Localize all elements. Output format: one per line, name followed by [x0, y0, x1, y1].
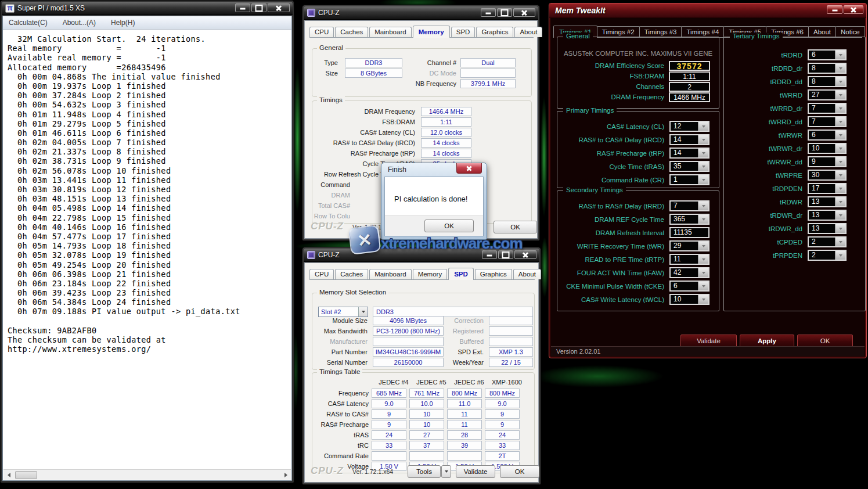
timing-combo[interactable]: 7 [669, 200, 709, 211]
dropdown-arrow-icon[interactable] [698, 215, 708, 224]
scrollbar-thumb[interactable] [15, 471, 37, 479]
dropdown-arrow-icon[interactable] [698, 175, 708, 184]
close-icon[interactable] [268, 3, 290, 12]
dropdown-arrow-icon[interactable] [698, 202, 708, 210]
tab[interactable]: Notice [835, 26, 865, 37]
tab[interactable]: About [514, 27, 542, 37]
timing-combo[interactable]: 10 [669, 294, 709, 305]
tab[interactable]: Graphics [475, 269, 512, 279]
dropdown-arrow-icon[interactable] [835, 171, 845, 179]
timing-combo[interactable]: 2 [808, 250, 847, 261]
close-icon[interactable] [513, 8, 535, 17]
ok-button[interactable]: OK [500, 465, 539, 478]
dropdown-arrow-icon[interactable] [835, 224, 845, 233]
dropdown-arrow-icon[interactable] [835, 64, 845, 73]
dropdown-arrow-icon[interactable] [698, 255, 708, 264]
tab[interactable]: SPD [448, 268, 474, 280]
timing-combo[interactable]: 8 [808, 63, 847, 74]
timing-label: Command [311, 181, 383, 188]
timing-combo[interactable]: 7 [808, 116, 847, 127]
superpi-titlebar[interactable]: Super PI / mod1.5 XS [2, 2, 293, 15]
tab[interactable]: Graphics [476, 27, 513, 37]
dropdown-arrow-icon[interactable] [835, 211, 845, 220]
dropdown-arrow-icon[interactable] [835, 144, 845, 153]
timing-combo[interactable]: 10 [808, 143, 847, 154]
timing-combo[interactable]: 2 [808, 236, 847, 247]
timing-combo[interactable]: 42 [669, 267, 709, 278]
maximize-icon[interactable] [251, 3, 266, 12]
timing-combo[interactable]: 13 [808, 210, 847, 221]
minimize-icon[interactable] [235, 3, 250, 12]
timing-combo[interactable]: 30 [808, 170, 847, 181]
dropdown-arrow-icon[interactable] [835, 251, 845, 260]
menu-item[interactable]: About...(A) [63, 19, 96, 27]
tab[interactable]: Caches [335, 269, 368, 279]
tab[interactable]: CPU [309, 27, 334, 37]
dropdown-arrow-icon[interactable] [835, 117, 845, 126]
dropdown-arrow-icon[interactable] [698, 295, 708, 304]
tab[interactable]: Memory [413, 26, 450, 38]
dropdown-arrow-icon[interactable] [835, 91, 845, 99]
dropdown-arrow-icon[interactable] [698, 268, 708, 277]
minimize-icon[interactable] [481, 8, 496, 17]
timing-combo[interactable]: 14 [669, 134, 709, 145]
dropdown-arrow-icon[interactable] [835, 238, 845, 246]
dropdown-arrow-icon[interactable] [698, 242, 708, 250]
timing-combo[interactable]: 1 [669, 174, 709, 185]
dropdown-arrow-icon[interactable] [698, 149, 708, 157]
dropdown-arrow-icon[interactable] [835, 131, 845, 139]
timing-combo[interactable]: 27 [808, 89, 847, 100]
timing-combo[interactable]: 6 [808, 130, 847, 141]
dropdown-arrow-icon[interactable] [835, 104, 845, 113]
timing-combo[interactable]: 7 [808, 103, 847, 114]
maximize-icon[interactable] [497, 8, 512, 17]
menu-item[interactable]: Help(H) [111, 19, 135, 27]
dropdown-arrow-icon[interactable] [835, 51, 845, 59]
tab[interactable]: Caches [335, 27, 368, 37]
close-icon[interactable] [456, 163, 482, 174]
tab[interactable]: Timings #4 [681, 26, 724, 37]
timing-combo[interactable]: 17 [808, 183, 847, 194]
dropdown-arrow-icon[interactable] [698, 162, 708, 171]
timing-combo[interactable]: 14 [669, 148, 709, 159]
tab[interactable]: Mainboard [369, 269, 411, 279]
dropdown-arrow-icon[interactable] [698, 135, 708, 144]
dropdown-arrow-icon[interactable] [835, 197, 845, 206]
dropdown-arrow-icon[interactable] [698, 122, 708, 131]
tools-dropdown-arrow-icon[interactable] [441, 465, 451, 478]
validate-button[interactable]: Validate [456, 465, 495, 478]
dropdown-arrow-icon[interactable] [835, 77, 845, 86]
tab[interactable]: Timings #3 [639, 26, 682, 37]
timing-combo[interactable]: 8 [808, 76, 847, 87]
dropdown-arrow-icon[interactable] [698, 282, 708, 290]
timing-combo[interactable]: 11135 [669, 227, 709, 238]
tab[interactable]: About [808, 26, 836, 37]
minimize-icon[interactable] [827, 5, 842, 14]
scroll-left-arrow-icon[interactable] [3, 470, 14, 480]
menu-item[interactable]: Calculate(C) [9, 19, 48, 27]
timing-combo[interactable]: 11 [669, 254, 709, 265]
timing-combo[interactable]: 9 [808, 156, 847, 167]
timing-combo[interactable]: 365 [669, 214, 709, 225]
timing-combo[interactable]: 13 [808, 223, 847, 234]
dropdown-arrow-icon[interactable] [835, 157, 845, 166]
cpuz-titlebar[interactable]: CPU-Z [304, 6, 538, 20]
tab[interactable]: About [513, 269, 541, 279]
timing-combo[interactable]: 6 [669, 281, 709, 292]
timing-combo[interactable]: 13 [808, 196, 847, 207]
timing-combo[interactable]: 29 [669, 240, 709, 251]
close-icon[interactable] [844, 5, 863, 14]
memtweakit-titlebar[interactable]: Mem TweakIt [549, 3, 866, 18]
tools-button[interactable]: Tools [408, 465, 441, 478]
tab[interactable]: Memory [413, 269, 448, 279]
tab[interactable]: CPU [309, 269, 334, 279]
horizontal-scrollbar[interactable] [3, 469, 291, 480]
tab[interactable]: SPD [451, 27, 476, 37]
tab[interactable]: Mainboard [369, 27, 411, 37]
timing-combo[interactable]: 35 [669, 161, 709, 172]
timing-combo[interactable]: 12 [669, 121, 709, 132]
tab[interactable]: Timings #2 [597, 26, 640, 37]
timing-combo[interactable]: 6 [808, 49, 847, 60]
dropdown-arrow-icon[interactable] [835, 184, 845, 193]
scroll-right-arrow-icon[interactable] [280, 470, 291, 480]
